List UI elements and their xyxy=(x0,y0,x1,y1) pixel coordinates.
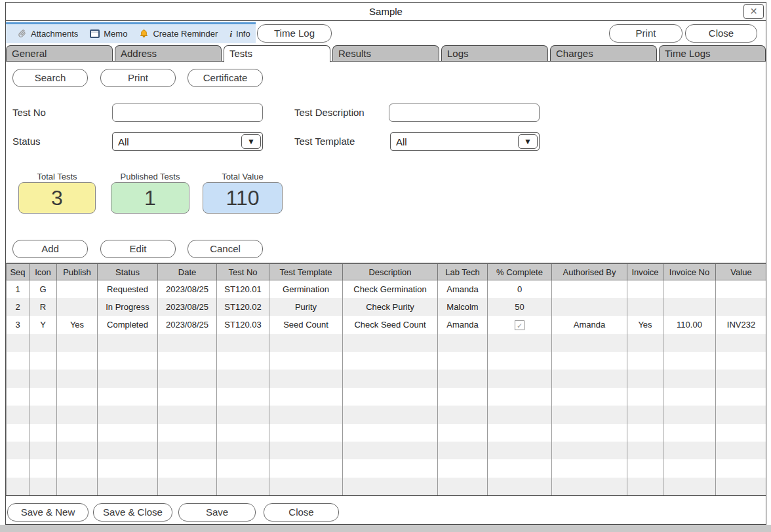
tab-tests[interactable]: Tests xyxy=(224,45,330,62)
create-reminder-label: Create Reminder xyxy=(153,29,218,39)
published-tests-box: 1 xyxy=(111,182,189,214)
table-row-empty[interactable] xyxy=(7,459,766,477)
table-row-empty[interactable] xyxy=(7,352,766,370)
table-cell xyxy=(7,478,30,495)
table-row-empty[interactable] xyxy=(7,334,766,352)
print-button[interactable]: Print xyxy=(100,69,176,87)
time-log-button[interactable]: Time Log xyxy=(257,24,332,43)
table-row-empty[interactable] xyxy=(7,388,766,406)
table-cell xyxy=(663,478,716,495)
table-cell xyxy=(552,406,627,423)
column-header[interactable]: Seq xyxy=(7,264,30,280)
table-cell xyxy=(716,406,766,423)
table-cell xyxy=(716,478,766,495)
column-header[interactable]: Icon xyxy=(30,264,57,280)
column-header[interactable]: % Complete xyxy=(488,264,552,280)
complete-checkbox[interactable]: ✓ xyxy=(515,320,524,330)
table-cell xyxy=(488,442,552,459)
table-cell xyxy=(438,459,488,477)
certificate-button[interactable]: Certificate xyxy=(188,69,263,87)
table-cell xyxy=(488,370,552,387)
table-cell xyxy=(217,442,269,459)
table-cell xyxy=(488,478,552,495)
tab-address[interactable]: Address xyxy=(115,45,222,61)
info-button[interactable]: i Info xyxy=(224,27,256,41)
save-and-close-button[interactable]: Save & Close xyxy=(93,503,172,522)
column-header[interactable]: Invoice No xyxy=(663,264,716,280)
table-cell xyxy=(57,442,98,459)
tab-general[interactable]: General xyxy=(6,45,113,61)
table-cell xyxy=(552,280,627,298)
table-cell xyxy=(158,424,217,442)
test-template-dropdown-button[interactable]: ▼ xyxy=(518,134,538,149)
add-button[interactable]: Add xyxy=(12,240,88,258)
tab-results[interactable]: Results xyxy=(332,45,439,61)
tab-logs[interactable]: Logs xyxy=(441,45,548,61)
table-cell xyxy=(716,334,766,352)
save-and-new-button[interactable]: Save & New xyxy=(7,503,89,522)
table-cell xyxy=(438,370,488,387)
table-cell xyxy=(343,334,438,352)
table-row[interactable]: 1GRequested2023/08/25ST120.01Germination… xyxy=(7,280,766,298)
edit-button[interactable]: Edit xyxy=(100,240,176,258)
table-row-empty[interactable] xyxy=(7,424,766,442)
column-header[interactable]: Invoice xyxy=(627,264,663,280)
column-header[interactable]: Publish xyxy=(57,264,98,280)
table-cell xyxy=(98,370,158,387)
table-cell xyxy=(269,334,343,352)
table-row[interactable]: 2RIn Progress2023/08/25ST120.02PurityChe… xyxy=(7,298,766,316)
save-button[interactable]: Save xyxy=(178,503,256,522)
table-cell xyxy=(217,406,269,423)
table-cell xyxy=(716,280,766,298)
test-no-input[interactable] xyxy=(112,104,263,122)
status-dropdown[interactable]: All ▼ xyxy=(112,132,263,151)
column-header[interactable]: Value xyxy=(716,264,766,280)
table-cell: In Progress xyxy=(98,298,158,316)
table-row-empty[interactable] xyxy=(7,478,766,495)
cancel-button[interactable]: Cancel xyxy=(188,240,263,258)
table-cell xyxy=(663,388,716,406)
table-cell: R xyxy=(30,298,57,316)
create-reminder-button[interactable]: Create Reminder xyxy=(133,27,224,41)
table-cell xyxy=(269,388,343,406)
tab-charges[interactable]: Charges xyxy=(550,45,657,61)
table-cell xyxy=(438,388,488,406)
tab-time-logs[interactable]: Time Logs xyxy=(659,45,766,61)
test-template-dropdown[interactable]: All ▼ xyxy=(390,132,540,151)
table-cell: Germination xyxy=(269,280,343,298)
table-cell xyxy=(716,352,766,370)
column-header[interactable]: Status xyxy=(98,264,158,280)
table-cell xyxy=(716,424,766,442)
column-header[interactable]: Date xyxy=(158,264,217,280)
attachments-button[interactable]: Attachments xyxy=(11,27,84,41)
table-cell xyxy=(438,352,488,370)
print-top-button[interactable]: Print xyxy=(609,24,682,43)
column-header[interactable]: Test No xyxy=(217,264,269,280)
close-button[interactable]: Close xyxy=(264,503,339,522)
table-cell: Seed Count xyxy=(269,316,343,333)
memo-button[interactable]: Memo xyxy=(84,27,133,41)
status-dropdown-button[interactable]: ▼ xyxy=(241,134,261,149)
table-cell xyxy=(552,388,627,406)
table-row-empty[interactable] xyxy=(7,442,766,459)
table-cell xyxy=(57,459,98,477)
column-header[interactable]: Description xyxy=(343,264,438,280)
table-cell xyxy=(716,459,766,477)
table-cell xyxy=(217,388,269,406)
column-header[interactable]: Test Template xyxy=(269,264,343,280)
table-cell: Requested xyxy=(98,280,158,298)
window-close-button[interactable]: ✕ xyxy=(743,4,764,19)
column-header[interactable]: Lab Tech xyxy=(438,264,488,280)
search-button[interactable]: Search xyxy=(12,69,88,87)
table-row-empty[interactable] xyxy=(7,370,766,387)
close-top-button[interactable]: Close xyxy=(685,24,757,43)
test-description-input[interactable] xyxy=(389,104,540,122)
table-cell xyxy=(7,406,30,423)
table-cell xyxy=(269,406,343,423)
test-template-value: All xyxy=(396,136,407,147)
column-header[interactable]: Authorised By xyxy=(552,264,627,280)
bell-icon xyxy=(139,29,149,39)
table-cell xyxy=(7,459,30,477)
table-row[interactable]: 3YYesCompleted2023/08/25ST120.03Seed Cou… xyxy=(7,316,766,333)
table-row-empty[interactable] xyxy=(7,406,766,423)
